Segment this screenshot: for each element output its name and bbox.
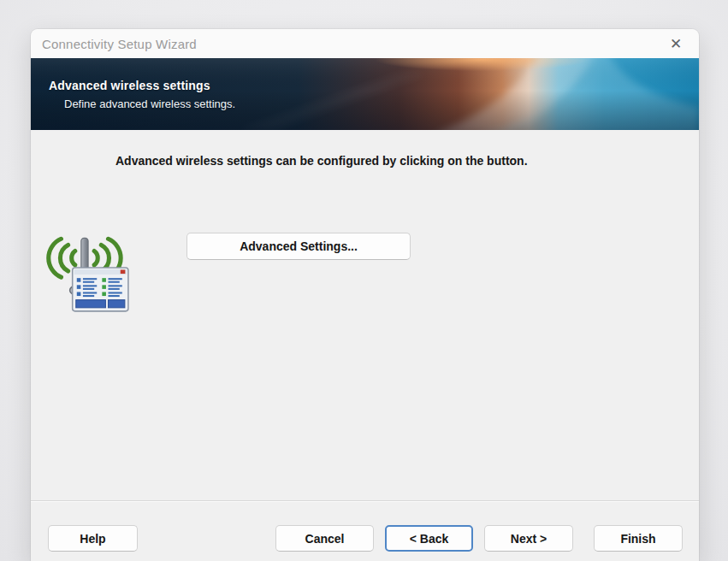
next-button[interactable]: Next >: [484, 525, 573, 552]
connectivity-setup-wizard-dialog: Connectivity Setup Wizard ✕: [31, 29, 699, 561]
wizard-header-banner: Advanced wireless settings Define advanc…: [31, 58, 699, 130]
instruction-text: Advanced wireless settings can be config…: [115, 154, 629, 168]
wizard-step-subtitle: Define advanced wireless settings.: [64, 97, 235, 110]
finish-button[interactable]: Finish: [594, 525, 683, 552]
wireless-antenna-settings-icon: [41, 226, 132, 316]
footer-separator-highlight: [31, 501, 699, 502]
help-button[interactable]: Help: [48, 525, 138, 552]
close-icon[interactable]: ✕: [660, 31, 692, 56]
window-title: Connectivity Setup Wizard: [42, 37, 197, 51]
advanced-settings-button[interactable]: Advanced Settings...: [186, 233, 411, 260]
wizard-step-title: Advanced wireless settings: [49, 79, 235, 92]
banner-text-block: Advanced wireless settings Define advanc…: [49, 79, 235, 110]
back-button[interactable]: < Back: [385, 525, 473, 552]
cancel-button[interactable]: Cancel: [275, 525, 374, 552]
title-bar[interactable]: Connectivity Setup Wizard ✕: [31, 29, 699, 58]
desktop-background: Connectivity Setup Wizard ✕: [0, 0, 728, 561]
